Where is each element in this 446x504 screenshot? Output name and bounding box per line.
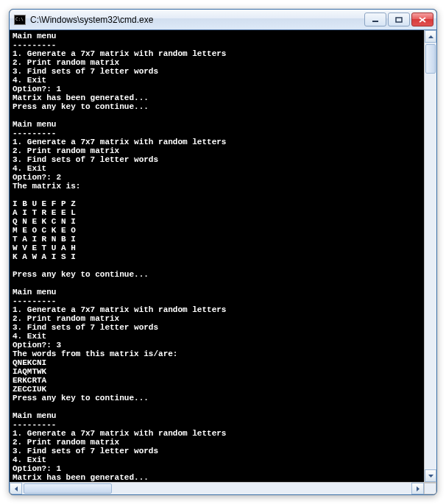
scrollbar-corner bbox=[424, 483, 436, 494]
svg-rect-1 bbox=[396, 18, 402, 22]
console-line: 2. Print random matrix bbox=[13, 146, 421, 155]
chevron-left-icon bbox=[15, 486, 18, 491]
maximize-button[interactable] bbox=[388, 13, 410, 26]
console-line: IAQMTWK bbox=[13, 367, 421, 376]
console-line bbox=[13, 279, 421, 288]
console-line: --------- bbox=[13, 297, 421, 305]
console-line bbox=[13, 261, 421, 270]
console-area: Main menu---------1. Generate a 7x7 matr… bbox=[10, 30, 436, 494]
window-title: C:\Windows\system32\cmd.exe bbox=[30, 15, 363, 25]
console-line bbox=[13, 402, 421, 411]
console-line: ZECCIUK bbox=[13, 385, 421, 394]
vscroll-track[interactable] bbox=[425, 43, 436, 469]
scroll-left-button[interactable] bbox=[10, 483, 22, 494]
cmd-window: C:\Windows\system32\cmd.exe Main menu---… bbox=[9, 9, 437, 495]
console-line: 4. Exit bbox=[13, 455, 421, 464]
console-line: M E O C K E O bbox=[13, 226, 421, 235]
console-line: Option?: 1 bbox=[13, 85, 421, 93]
console-line: 1. Generate a 7x7 matrix with random let… bbox=[13, 305, 421, 314]
scroll-up-button[interactable] bbox=[425, 30, 436, 43]
console-line: K A W A I S I bbox=[13, 252, 421, 261]
console-line: 2. Print random matrix bbox=[13, 438, 421, 447]
console-line bbox=[13, 191, 421, 199]
console-line: 3. Find sets of 7 letter words bbox=[13, 67, 421, 76]
console-line: Press any key to continue... bbox=[13, 270, 421, 279]
console-line: 3. Find sets of 7 letter words bbox=[13, 447, 421, 455]
console-body: Main menu---------1. Generate a 7x7 matr… bbox=[10, 30, 436, 482]
console-line: Matrix has been generated... bbox=[13, 473, 421, 482]
console-line: ERKCRTA bbox=[13, 376, 421, 385]
console-line: 1. Generate a 7x7 matrix with random let… bbox=[13, 49, 421, 58]
console-line: 3. Find sets of 7 letter words bbox=[13, 323, 421, 332]
console-line: 4. Exit bbox=[13, 76, 421, 85]
vscroll-thumb[interactable] bbox=[425, 44, 436, 74]
console-line: The words from this matrix is/are: bbox=[13, 349, 421, 358]
console-line: Main menu bbox=[13, 411, 421, 420]
minimize-button[interactable] bbox=[364, 13, 386, 26]
console-line: 1. Generate a 7x7 matrix with random let… bbox=[13, 429, 421, 438]
console-line: Main menu bbox=[13, 32, 421, 40]
cmd-icon bbox=[14, 15, 26, 25]
console-line: 2. Print random matrix bbox=[13, 314, 421, 323]
vertical-scrollbar[interactable] bbox=[424, 30, 436, 482]
console-line: --------- bbox=[13, 129, 421, 138]
console-line bbox=[13, 111, 421, 120]
console-line: 1. Generate a 7x7 matrix with random let… bbox=[13, 138, 421, 146]
svg-marker-4 bbox=[428, 35, 433, 38]
svg-marker-5 bbox=[428, 475, 433, 478]
minimize-icon bbox=[372, 17, 379, 23]
console-line: Press any key to continue... bbox=[13, 102, 421, 111]
console-line: T A I R N B I bbox=[13, 235, 421, 244]
close-icon bbox=[419, 17, 426, 23]
console-line: A I T R E E L bbox=[13, 208, 421, 217]
console-output[interactable]: Main menu---------1. Generate a 7x7 matr… bbox=[10, 30, 424, 482]
console-line: W V E T U A H bbox=[13, 244, 421, 252]
console-line: Option?: 2 bbox=[13, 173, 421, 182]
console-line: --------- bbox=[13, 40, 421, 49]
titlebar[interactable]: C:\Windows\system32\cmd.exe bbox=[10, 10, 436, 30]
console-line: QNEKCNI bbox=[13, 358, 421, 367]
console-line: Matrix has been generated... bbox=[13, 93, 421, 102]
chevron-down-icon bbox=[428, 475, 433, 478]
console-line: I B U E F P Z bbox=[13, 199, 421, 208]
window-controls bbox=[363, 13, 433, 26]
scroll-down-button[interactable] bbox=[425, 469, 436, 482]
chevron-right-icon bbox=[417, 486, 420, 491]
svg-marker-7 bbox=[417, 486, 420, 491]
console-line: The matrix is: bbox=[13, 182, 421, 191]
console-line: Option?: 1 bbox=[13, 464, 421, 473]
svg-rect-0 bbox=[372, 21, 378, 22]
console-line: 3. Find sets of 7 letter words bbox=[13, 155, 421, 164]
close-button[interactable] bbox=[411, 13, 433, 26]
console-line: Option?: 3 bbox=[13, 341, 421, 349]
console-line: 4. Exit bbox=[13, 332, 421, 341]
console-line: Main menu bbox=[13, 288, 421, 297]
svg-marker-6 bbox=[15, 486, 18, 491]
console-line: --------- bbox=[13, 420, 421, 429]
console-line: Q N E K C N I bbox=[13, 217, 421, 226]
console-line: 4. Exit bbox=[13, 164, 421, 173]
hscroll-thumb[interactable] bbox=[24, 483, 112, 494]
maximize-icon bbox=[395, 17, 403, 23]
console-line: Main menu bbox=[13, 120, 421, 129]
chevron-up-icon bbox=[428, 35, 433, 38]
console-line: 2. Print random matrix bbox=[13, 58, 421, 67]
horizontal-scrollbar[interactable] bbox=[10, 482, 436, 494]
hscroll-track[interactable] bbox=[22, 483, 411, 494]
scroll-right-button[interactable] bbox=[411, 483, 424, 494]
console-line: Press any key to continue... bbox=[13, 394, 421, 402]
